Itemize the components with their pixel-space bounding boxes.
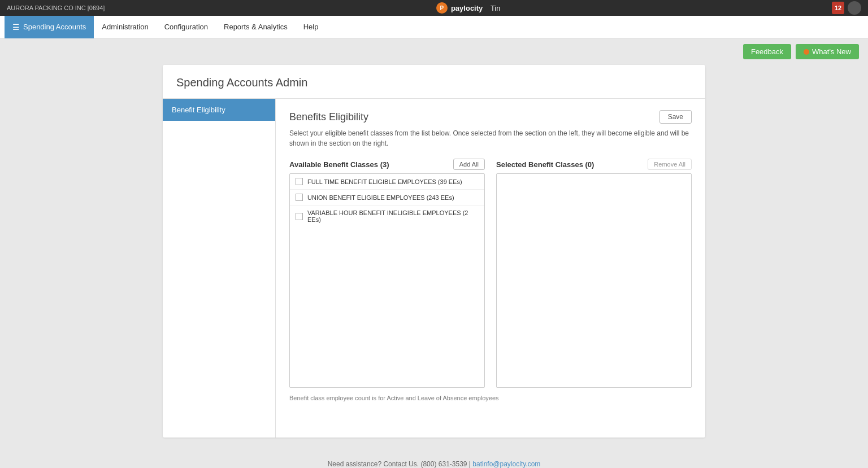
selected-panel: Selected Benefit Classes (0) Remove All — [496, 159, 692, 388]
whats-new-label: What's New — [812, 47, 851, 56]
sidebar: Benefit Eligibility — [163, 99, 276, 438]
nav-item-spending-accounts[interactable]: ☰ Spending Accounts — [5, 16, 94, 38]
selected-header: Selected Benefit Classes (0) Remove All — [496, 159, 692, 170]
nav-label-help: Help — [303, 23, 319, 31]
notification-badge[interactable]: 12 — [832, 2, 844, 14]
logo-area: P paylocity Tin — [436, 2, 501, 14]
transfer-container: Available Benefit Classes (3) Add All FU… — [289, 159, 692, 388]
avatar[interactable] — [848, 1, 861, 15]
nav-item-reports-analytics[interactable]: Reports & Analytics — [216, 16, 296, 38]
feedback-button[interactable]: Feedback — [743, 44, 791, 59]
nav-label-administration: Administration — [102, 23, 148, 31]
description-text: Select your eligible benefit classes fro… — [289, 128, 692, 148]
top-bar-right: 12 — [832, 1, 861, 15]
content-panel: Spending Accounts Admin Benefit Eligibil… — [163, 65, 705, 438]
orange-dot-icon — [804, 49, 809, 55]
remove-all-button[interactable]: Remove All — [648, 159, 692, 170]
benefit-title-row: Benefits Eligibility Save — [289, 110, 692, 124]
whats-new-button[interactable]: What's New — [796, 44, 859, 59]
nav-label-reports-analytics: Reports & Analytics — [224, 23, 288, 31]
paylocity-logo-text: paylocity Tin — [451, 4, 501, 12]
checkbox-3[interactable] — [296, 213, 303, 220]
list-item[interactable]: UNION BENEFIT ELIGIBLE EMPLOYEES (243 EE… — [290, 190, 484, 205]
page-footer: Need assistance? Contact Us. (800) 631-3… — [0, 449, 868, 468]
footer-email-link[interactable]: batinfo@paylocity.com — [472, 460, 540, 468]
panel-title: Spending Accounts Admin — [163, 65, 705, 99]
list-item-label: VARIABLE HOUR BENEFIT INELIGIBLE EMPLOYE… — [307, 209, 479, 223]
checkbox-1[interactable] — [296, 178, 303, 185]
selected-list — [496, 173, 692, 388]
nav-item-help[interactable]: Help — [296, 16, 327, 38]
sidebar-item-benefit-eligibility[interactable]: Benefit Eligibility — [163, 99, 275, 121]
available-header: Available Benefit Classes (3) Add All — [289, 159, 485, 170]
sidebar-item-label: Benefit Eligibility — [172, 106, 225, 114]
footer-separator: | — [469, 460, 471, 468]
list-item[interactable]: VARIABLE HOUR BENEFIT INELIGIBLE EMPLOYE… — [290, 205, 484, 227]
footer-phone: (800) 631-3539 — [420, 460, 467, 468]
main-content: Spending Accounts Admin Benefit Eligibil… — [0, 65, 868, 449]
add-all-button[interactable]: Add All — [453, 159, 485, 170]
company-name: AURORA PACKING CO INC [0694] — [7, 5, 105, 11]
list-item-label: UNION BENEFIT ELIGIBLE EMPLOYEES (243 EE… — [307, 194, 454, 201]
available-title: Available Benefit Classes (3) — [289, 160, 389, 169]
available-panel: Available Benefit Classes (3) Add All FU… — [289, 159, 485, 388]
list-item-label: FULL TIME BENEFIT ELIGIBLE EMPLOYEES (39… — [307, 178, 462, 185]
panel-body: Benefit Eligibility Benefits Eligibility… — [163, 99, 705, 438]
paylocity-logo-icon: P — [436, 2, 448, 14]
list-item[interactable]: FULL TIME BENEFIT ELIGIBLE EMPLOYEES (39… — [290, 174, 484, 190]
available-list: FULL TIME BENEFIT ELIGIBLE EMPLOYEES (39… — [289, 173, 485, 388]
footer-contact-text: Need assistance? Contact Us. — [328, 460, 419, 468]
selected-title: Selected Benefit Classes (0) — [496, 160, 594, 169]
top-bar: AURORA PACKING CO INC [0694] P paylocity… — [0, 0, 868, 16]
save-button[interactable]: Save — [659, 110, 692, 124]
action-bar: Feedback What's New — [0, 38, 868, 65]
nav-bar: ☰ Spending Accounts Administration Confi… — [0, 16, 868, 38]
nav-label-configuration: Configuration — [164, 23, 208, 31]
nav-label-spending-accounts: Spending Accounts — [23, 23, 86, 31]
checkbox-2[interactable] — [296, 194, 303, 201]
footer-note: Benefit class employee count is for Acti… — [289, 395, 692, 401]
benefit-content: Benefits Eligibility Save Select your el… — [276, 99, 705, 438]
nav-item-administration[interactable]: Administration — [94, 16, 156, 38]
benefit-title-text: Benefits Eligibility — [289, 111, 368, 123]
nav-item-configuration[interactable]: Configuration — [157, 16, 216, 38]
hamburger-icon: ☰ — [12, 23, 20, 32]
